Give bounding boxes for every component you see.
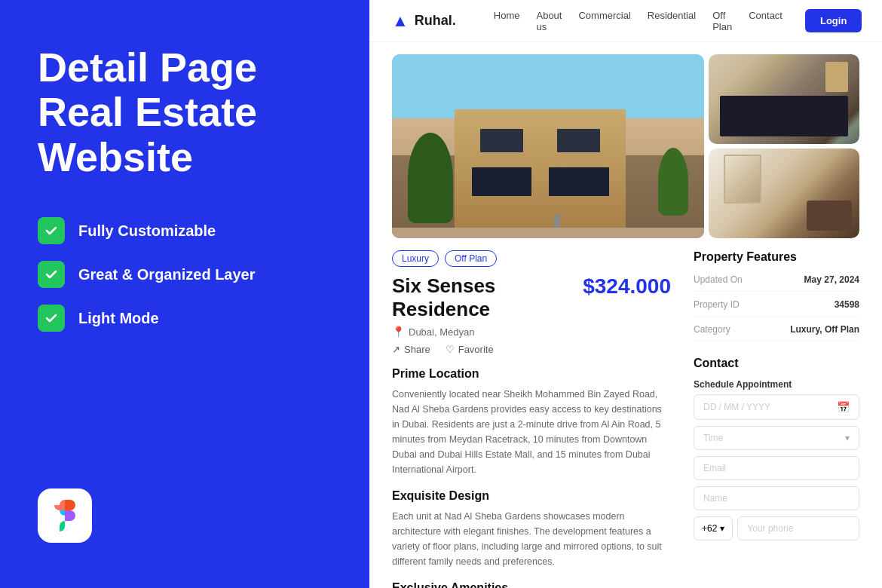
feature-value-id: 34598 <box>835 299 859 310</box>
section-title-amenities: Exclusive Amenities <box>392 581 671 588</box>
section-text-design: Each unit at Nad Al Sheba Gardens showca… <box>392 509 671 569</box>
feature-text-1: Fully Customizable <box>78 222 216 240</box>
property-actions: ↗ Share ♡ Favorite <box>392 344 583 355</box>
gallery-side-top <box>709 54 859 144</box>
phone-input[interactable]: Your phone <box>737 516 859 541</box>
page-title: Detail Page Real Estate Website <box>38 45 332 179</box>
date-placeholder: DD / MM / YYYY <box>703 402 770 412</box>
email-placeholder: Email <box>703 463 726 473</box>
navbar: ▲ Ruhal. Home About us Commercial Reside… <box>369 0 882 42</box>
feature-row-category: Category Luxury, Off Plan <box>694 324 859 341</box>
figma-logo <box>38 488 92 543</box>
nav-about[interactable]: About us <box>536 10 562 32</box>
chevron-down-icon: ▾ <box>845 433 850 443</box>
country-chevron-icon: ▾ <box>720 523 724 534</box>
gallery-main-image <box>392 54 704 238</box>
features-box: Property Features Updated On May 27, 202… <box>694 250 859 341</box>
property-sidebar: Property Features Updated On May 27, 202… <box>694 250 859 588</box>
section-text-location: Conveniently located near Sheikh Mohamme… <box>392 387 671 477</box>
phone-placeholder: Your phone <box>747 523 793 534</box>
section-title-location: Prime Location <box>392 367 671 381</box>
left-panel: Detail Page Real Estate Website Fully Cu… <box>0 0 369 588</box>
phone-row: +62 ▾ Your phone <box>694 516 859 541</box>
feature-list: Fully Customizable Great & Organized Lay… <box>38 217 332 332</box>
feature-row-updated: Updated On May 27, 2024 <box>694 274 859 292</box>
feature-row-id: Property ID 34598 <box>694 299 859 317</box>
name-input[interactable]: Name <box>694 486 859 510</box>
feature-item-2: Great & Organized Layer <box>38 261 332 288</box>
name-placeholder: Name <box>703 493 727 504</box>
check-icon-2 <box>38 261 65 288</box>
property-price: $324.000 <box>583 274 671 299</box>
gallery-side-images <box>709 54 859 238</box>
feature-label-id: Property ID <box>694 299 740 310</box>
location-pin-icon: 📍 <box>392 326 405 338</box>
calendar-icon: 📅 <box>837 401 850 413</box>
nav-residential[interactable]: Residential <box>648 10 696 32</box>
tag-luxury: Luxury <box>392 250 439 267</box>
nav-contact[interactable]: Contact <box>749 10 782 32</box>
location-text: Dubai, Medyan <box>409 326 474 338</box>
property-header: Six Senses Residence 📍 Dubai, Medyan ↗ S… <box>392 274 671 355</box>
right-panel: ▲ Ruhal. Home About us Commercial Reside… <box>369 0 882 588</box>
feature-value-category: Luxury, Off Plan <box>790 324 859 335</box>
share-icon: ↗ <box>392 344 400 355</box>
contact-title: Contact <box>694 357 859 370</box>
date-input[interactable]: DD / MM / YYYY 📅 <box>694 394 859 420</box>
feature-text-2: Great & Organized Layer <box>78 266 256 283</box>
section-title-design: Exquisite Design <box>392 489 671 503</box>
features-title: Property Features <box>694 250 859 264</box>
nav-links: Home About us Commercial Residential Off… <box>494 10 782 32</box>
property-section: Luxury Off Plan Six Senses Residence 📍 D… <box>369 238 882 588</box>
brand-logo: ▲ Ruhal. <box>392 11 456 31</box>
property-name: Six Senses Residence <box>392 274 583 321</box>
schedule-label: Schedule Appointment <box>694 379 859 390</box>
feature-value-updated: May 27, 2024 <box>804 274 859 285</box>
country-code-text: +62 <box>702 523 717 534</box>
brand-icon: ▲ <box>392 11 409 31</box>
contact-box: Contact Schedule Appointment DD / MM / Y… <box>694 357 859 541</box>
login-button[interactable]: Login <box>805 9 862 32</box>
feature-label-category: Category <box>694 324 730 335</box>
share-button[interactable]: ↗ Share <box>392 344 430 355</box>
property-gallery <box>369 42 882 238</box>
check-icon-1 <box>38 217 65 244</box>
feature-item-3: Light Mode <box>38 305 332 332</box>
heart-icon: ♡ <box>446 344 455 355</box>
property-tags: Luxury Off Plan <box>392 250 671 267</box>
nav-commercial[interactable]: Commercial <box>578 10 630 32</box>
nav-home[interactable]: Home <box>494 10 520 32</box>
favorite-button[interactable]: ♡ Favorite <box>446 344 494 355</box>
feature-text-3: Light Mode <box>78 310 159 327</box>
tag-offplan: Off Plan <box>445 250 497 267</box>
time-select[interactable]: Time ▾ <box>694 426 859 450</box>
gallery-side-bottom <box>709 149 859 238</box>
country-code-selector[interactable]: +62 ▾ <box>694 516 733 541</box>
check-icon-3 <box>38 305 65 332</box>
email-input[interactable]: Email <box>694 456 859 480</box>
feature-label-updated: Updated On <box>694 274 743 285</box>
nav-offplan[interactable]: Off Plan <box>712 10 732 32</box>
property-main: Luxury Off Plan Six Senses Residence 📍 D… <box>392 250 671 588</box>
property-location: 📍 Dubai, Medyan <box>392 326 583 338</box>
brand-name: Ruhal. <box>415 13 456 29</box>
time-placeholder: Time <box>703 433 723 443</box>
building-exterior <box>392 54 704 238</box>
feature-item-1: Fully Customizable <box>38 217 332 244</box>
